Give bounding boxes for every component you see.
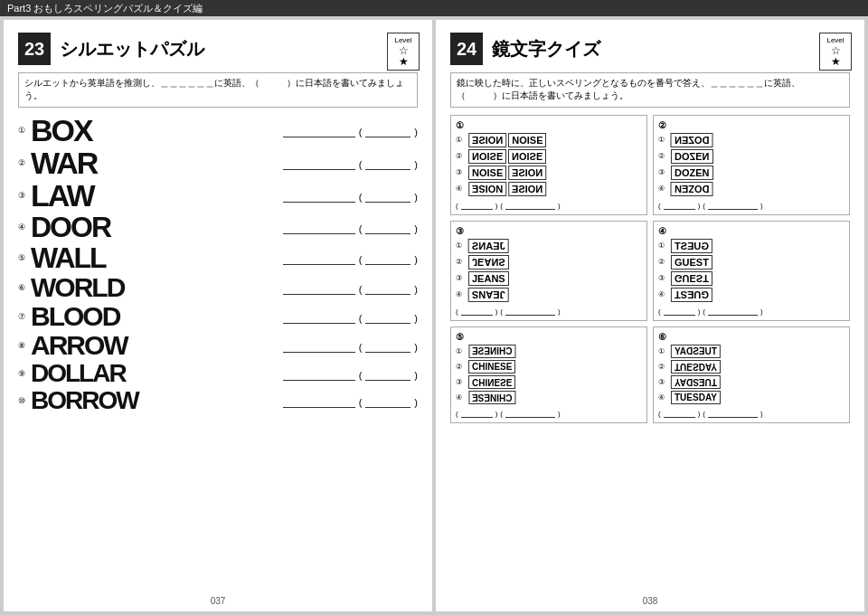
mirror-word-3-1: JEANS [468, 239, 509, 253]
sil-num-9: ⑨ [18, 369, 31, 378]
ans-line-10[interactable] [283, 393, 355, 408]
mirror-word-3-4: JEANS [468, 288, 509, 302]
opt-4-4: ④ GUEST [658, 288, 844, 302]
opt-4-2: ② GUEST [658, 255, 844, 270]
left-level-stars: ☆★ [391, 45, 416, 67]
ans-paren-line-8[interactable] [365, 338, 410, 353]
ans-line-3[interactable] [283, 188, 355, 203]
ans-paren-line-5[interactable] [365, 251, 410, 265]
right-level-stars: ☆★ [823, 45, 848, 67]
opt-3-4: ④ JEANS [456, 288, 642, 302]
ans-paren-line-2[interactable] [365, 156, 410, 170]
sil-word-1: BOX [31, 115, 283, 146]
mirror-word-6-1: TUESDAY [671, 345, 721, 358]
sil-row-10: ⑩ BORROW ( ) [18, 388, 418, 413]
sil-word-9: DOLLAR [31, 361, 283, 386]
block-ans-3: () () [456, 305, 642, 316]
opt-6-1: ① TUESDAY [658, 345, 844, 358]
ans-paren-line-7[interactable] [365, 309, 410, 324]
opt-2-2: ② DOZEN [658, 149, 844, 164]
opt-5-4: ④ CHINESE [456, 391, 642, 404]
opt-1-3: ③ NOISE NOISE [456, 166, 642, 180]
sil-row-6: ⑥ WORLD ( ) [18, 274, 418, 301]
mirror-word-3-3: JEANS [468, 271, 509, 286]
right-page-num: 038 [643, 596, 658, 606]
ans-line-9[interactable] [283, 366, 355, 381]
opt-4-3: ③ GUEST [658, 271, 844, 286]
opt-3-2: ② JEANS [456, 255, 642, 270]
opt-3-1: ① JEANS [456, 239, 642, 253]
left-level-text: Level [391, 36, 416, 44]
top-bar: Part3 おもしろスペリングパズル＆クイズ編 [0, 0, 868, 16]
mirror-word-5-1: CHINESE [468, 345, 515, 358]
sil-row-4: ④ DOOR ( ) [18, 213, 418, 241]
ans-line-1[interactable] [283, 123, 355, 137]
mirror-word-6-2: TUESDAY [671, 360, 721, 374]
sil-row-9: ⑨ DOLLAR ( ) [18, 361, 418, 386]
block-ans-2: () () [658, 199, 844, 210]
sil-row-8: ⑧ ARROW ( ) [18, 332, 418, 359]
mirror-word-4-2: GUEST [671, 255, 712, 270]
ans-line-2[interactable] [283, 156, 355, 170]
quiz-block-6: ⑥ ① TUESDAY ② TUESDAY ③ TUESDAY ④ TUESDA… [653, 326, 850, 423]
ans-paren-line-6[interactable] [365, 280, 410, 295]
opt-3-3: ③ JEANS [456, 271, 642, 286]
ans-paren-line-9[interactable] [365, 366, 410, 381]
opt-5-2: ② CHINESE [456, 360, 642, 374]
right-instructions: 鏡に映した時に、正しいスペリングとなるものを番号で答え、＿＿＿＿＿＿に英語、（ … [450, 72, 850, 108]
ans-paren-line-10[interactable] [365, 393, 410, 408]
sil-num-2: ② [18, 158, 31, 167]
ans-paren-line-4[interactable] [365, 220, 410, 234]
block-ans-6: () () [658, 407, 844, 418]
ans-paren-line-3[interactable] [365, 188, 410, 203]
opt-6-4: ④ TUESDAY [658, 391, 844, 404]
sil-word-10: BORROW [31, 388, 283, 413]
sil-num-3: ③ [18, 191, 31, 200]
quiz-block-3: ③ ① JEANS ② JEANS ③ JEANS ④ JEANS [450, 221, 647, 321]
right-section-title: 鏡文字クイズ [492, 37, 600, 62]
ans-line-6[interactable] [283, 280, 355, 295]
sil-num-7: ⑦ [18, 312, 31, 321]
right-header: 24 鏡文字クイズ [450, 33, 850, 65]
sil-row-2: ② WAR ( ) [18, 147, 418, 178]
block-num-3: ③ [456, 226, 642, 236]
quiz-block-5: ⑤ ① CHINESE ② CHINESE ③ CHINESE ④ CHINES… [450, 326, 647, 423]
ans-area-8: ( ) [283, 338, 418, 353]
sil-word-7: BLOOD [31, 303, 283, 330]
ans-line-4[interactable] [283, 220, 355, 234]
top-bar-text: Part3 おもしろスペリングパズル＆クイズ編 [7, 2, 203, 15]
opt-5-3: ③ CHINESE [456, 375, 642, 389]
quiz-block-1: ① ① NOISE NOISE ② NOISE NOISE ③ NOISE NO… [450, 115, 647, 215]
left-section-title: シルエットパズル [60, 37, 204, 62]
sil-num-4: ④ [18, 222, 31, 232]
sil-word-5: WALL [31, 243, 283, 272]
opt-1-4: ④ NOISE NOISE [456, 182, 642, 196]
left-page: 23 シルエットパズル Level ☆★ シルエットから英単語を推測し、＿＿＿＿… [4, 20, 432, 611]
left-level-box: Level ☆★ [387, 33, 420, 71]
ans-area-5: ( ) [283, 251, 418, 265]
ans-area-4: ( ) [283, 220, 418, 234]
mirror-word-4-4: GUEST [671, 288, 712, 302]
mirror-word-5-4: CHINESE [468, 391, 515, 404]
ans-paren-line-1[interactable] [365, 123, 410, 137]
mirror-word-1-4: NOISE [468, 182, 506, 196]
opt-1-2: ② NOISE NOISE [456, 149, 642, 164]
sil-word-4: DOOR [31, 213, 283, 241]
sil-num-5: ⑤ [18, 253, 31, 262]
block-num-5: ⑤ [456, 332, 642, 342]
ans-line-5[interactable] [283, 251, 355, 265]
sil-word-6: WORLD [31, 274, 283, 301]
opt-2-1: ① DOZEN [658, 133, 844, 147]
mirror-word-2-1: DOZEN [671, 133, 713, 147]
right-page: 24 鏡文字クイズ Level ☆★ 鏡に映した時に、正しいスペリングとなるもの… [436, 20, 864, 611]
ans-line-7[interactable] [283, 309, 355, 324]
right-level-text: Level [823, 36, 848, 44]
quiz-grid: ① ① NOISE NOISE ② NOISE NOISE ③ NOISE NO… [450, 115, 850, 423]
mirror-word-6-3: TUESDAY [671, 375, 721, 389]
ans-line-8[interactable] [283, 338, 355, 353]
left-section-num: 23 [18, 33, 51, 65]
quiz-block-2: ② ① DOZEN ② DOZEN ③ DOZEN ④ DOZEN [653, 115, 850, 215]
ans-paren-close-1: ) [414, 128, 418, 137]
sil-num-10: ⑩ [18, 396, 31, 405]
ans-area-3: ( ) [283, 188, 418, 203]
